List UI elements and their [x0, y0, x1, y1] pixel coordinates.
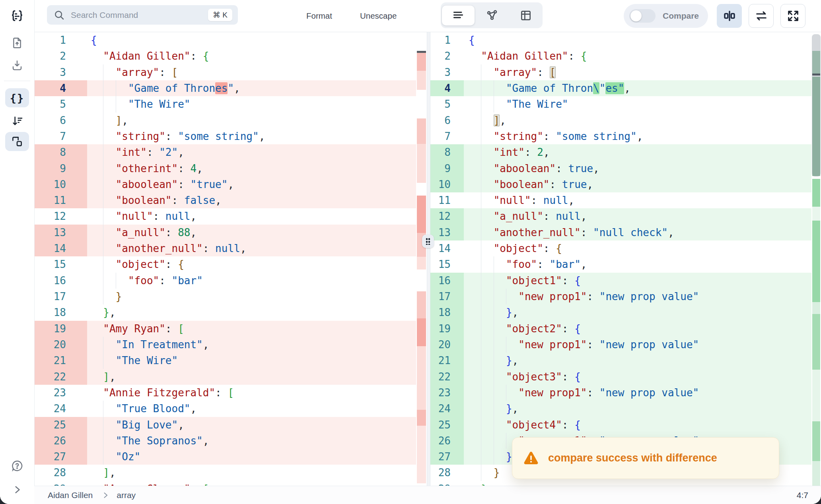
code-line[interactable]: 8 "int": 2,	[430, 144, 811, 160]
code-content[interactable]: "null": null,	[464, 192, 811, 208]
code-line[interactable]: 14 "another_null": null,	[34, 240, 416, 256]
line-number[interactable]: 1	[430, 32, 464, 48]
line-number[interactable]: 28	[430, 465, 464, 481]
sidebar-item-sort[interactable]	[5, 111, 29, 130]
line-number[interactable]: 3	[430, 64, 464, 80]
unescape-button[interactable]: Unescape	[360, 0, 397, 32]
line-number[interactable]: 26	[34, 433, 87, 449]
code-line[interactable]: 27 "Oz"	[34, 449, 416, 465]
line-number[interactable]: 19	[34, 321, 87, 337]
line-number[interactable]: 7	[430, 128, 464, 144]
code-line[interactable]: 15 "object": {	[34, 256, 416, 272]
line-number[interactable]: 8	[34, 144, 87, 160]
code-line[interactable]: 12 "a_null": null,	[430, 208, 811, 224]
code-content[interactable]: },	[464, 304, 811, 320]
diff-view-button[interactable]	[717, 4, 742, 28]
code-line[interactable]: 29 "Anwan Glover": [	[34, 481, 416, 486]
code-line[interactable]: 3 "array": [	[34, 64, 416, 80]
scrollbar-thumb[interactable]	[812, 34, 821, 176]
code-content[interactable]: },	[87, 304, 416, 320]
line-number[interactable]: 4	[34, 80, 87, 96]
line-number[interactable]: 21	[34, 353, 87, 368]
code-content[interactable]: "True Blood",	[87, 401, 416, 417]
line-number[interactable]: 24	[34, 401, 87, 417]
code-content[interactable]: "int": "2",	[87, 144, 416, 160]
code-content[interactable]: "object": {	[87, 256, 416, 272]
code-content[interactable]: "null": null,	[87, 208, 416, 224]
line-number[interactable]: 12	[34, 208, 87, 224]
line-number[interactable]: 22	[34, 369, 87, 385]
line-number[interactable]: 21	[430, 353, 464, 368]
line-number[interactable]: 29	[34, 481, 87, 486]
code-content[interactable]: "array": [	[87, 64, 416, 80]
code-line[interactable]: 22 ],	[34, 369, 416, 385]
code-content[interactable]: "array": [	[464, 64, 811, 80]
line-number[interactable]: 12	[430, 208, 464, 224]
code-line[interactable]: 8 "int": "2",	[34, 144, 416, 160]
code-line[interactable]: 21 "The Wire"	[34, 353, 416, 368]
code-line[interactable]: 5 "The Wire"	[430, 96, 811, 112]
app-logo[interactable]	[5, 7, 29, 26]
code-line[interactable]: 2 "Aidan Gillen": {	[430, 48, 811, 64]
code-line[interactable]: 16 "object1": {	[430, 273, 811, 289]
line-number[interactable]: 10	[34, 176, 87, 192]
code-line[interactable]: 13 "another_null": "null check",	[430, 225, 811, 240]
line-number[interactable]: 3	[34, 64, 87, 80]
line-number[interactable]: 27	[34, 449, 87, 465]
code-line[interactable]: 19 "object2": {	[430, 321, 811, 337]
line-number[interactable]: 16	[430, 273, 464, 289]
code-line[interactable]: 10 "aboolean": "true",	[34, 176, 416, 192]
code-content[interactable]: "boolean": true,	[464, 176, 811, 192]
breadcrumb-node[interactable]: array	[117, 490, 136, 500]
code-content[interactable]: }	[87, 289, 416, 304]
code-content[interactable]: "a_null": 88,	[87, 225, 416, 240]
sidebar-item-text-editor[interactable]: {}	[5, 88, 29, 107]
line-number[interactable]: 13	[430, 225, 464, 240]
code-line[interactable]: 18 },	[34, 304, 416, 320]
code-line[interactable]: 6 ],	[34, 112, 416, 128]
search-input[interactable]: Search Command ⌘ K	[47, 5, 238, 25]
format-button[interactable]: Format	[306, 0, 332, 32]
swap-panels-button[interactable]	[749, 4, 774, 28]
code-content[interactable]: "Anwan Glover": [	[87, 481, 416, 486]
line-number[interactable]: 1	[34, 32, 87, 48]
code-line[interactable]: 13 "a_null": 88,	[34, 225, 416, 240]
sidebar-item-compare[interactable]	[5, 132, 29, 151]
code-line[interactable]: 25 "object4": {	[430, 417, 811, 433]
code-line[interactable]: 19 "Amy Ryan": [	[34, 321, 416, 337]
code-content[interactable]: "The Wire"	[464, 96, 811, 112]
line-number[interactable]: 29	[430, 481, 464, 486]
code-content[interactable]: "aboolean": "true",	[87, 176, 416, 192]
line-number[interactable]: 10	[430, 176, 464, 192]
code-content[interactable]: "Game of Thron\"es",	[464, 80, 811, 96]
line-number[interactable]: 15	[430, 256, 464, 272]
code-content[interactable]: "foo": "bar"	[87, 273, 416, 289]
code-line[interactable]: 9 "otherint": 4,	[34, 161, 416, 176]
code-content[interactable]: ],	[87, 465, 416, 481]
code-line[interactable]: 21 },	[430, 353, 811, 368]
line-number[interactable]: 22	[430, 369, 464, 385]
line-number[interactable]: 11	[34, 192, 87, 208]
code-line[interactable]: 5 "The Wire"	[34, 96, 416, 112]
panel-resize-handle[interactable]	[422, 235, 434, 248]
line-number[interactable]: 2	[34, 48, 87, 64]
expand-sidebar-button[interactable]	[5, 480, 29, 499]
code-content[interactable]: },	[464, 401, 811, 417]
code-line[interactable]: 7 "string": "some string",	[430, 128, 811, 144]
view-mode-graph-button[interactable]	[476, 6, 508, 25]
right-editor[interactable]: 1{2 "Aidan Gillen": {3 "array": [4 "Game…	[430, 32, 811, 486]
code-content[interactable]: },	[464, 353, 811, 368]
code-content[interactable]: ],	[87, 369, 416, 385]
code-content[interactable]: "Aidan Gillen": {	[464, 48, 811, 64]
code-content[interactable]: "another_null": "null check",	[464, 225, 811, 240]
code-content[interactable]: "a_null": null,	[464, 208, 811, 224]
code-content[interactable]: {	[464, 32, 811, 48]
line-number[interactable]: 28	[34, 465, 87, 481]
code-content[interactable]: "int": 2,	[464, 144, 811, 160]
line-number[interactable]: 18	[34, 304, 87, 320]
line-number[interactable]: 14	[430, 240, 464, 256]
line-number[interactable]: 2	[430, 48, 464, 64]
line-number[interactable]: 19	[430, 321, 464, 337]
line-number[interactable]: 25	[34, 417, 87, 433]
code-content[interactable]: "boolean": false,	[87, 192, 416, 208]
